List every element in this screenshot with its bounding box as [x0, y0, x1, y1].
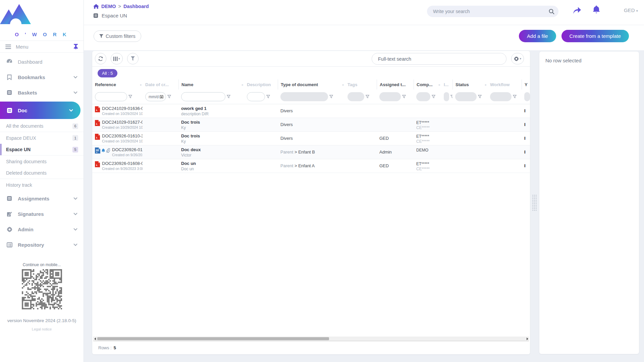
add-file-button[interactable]: Add a file — [519, 30, 556, 42]
document-name: Doc trois — [181, 120, 243, 125]
sidebar-item-assignments[interactable]: Assignments — [0, 191, 84, 206]
expand-column-icon[interactable]: ▸ — [140, 83, 142, 86]
funnel-icon[interactable] — [266, 95, 270, 99]
panel-resize-handle[interactable] — [532, 194, 537, 211]
column-header-name[interactable]: Name▸ — [178, 79, 244, 89]
table-row[interactable]: DOC230926-01608-0 Created on 9/26/2023 3… — [92, 159, 530, 173]
sidebar-item-espace-deux[interactable]: Espace DEUX 1 — [0, 132, 84, 144]
calendar-icon[interactable] — [160, 95, 163, 99]
global-search-input[interactable] — [433, 9, 549, 14]
columns-button[interactable]: ▾ — [111, 53, 123, 64]
pin-sidebar-icon[interactable] — [73, 44, 78, 49]
legal-notice-link[interactable]: Legal notice — [0, 327, 84, 331]
fulltext-search-input[interactable] — [378, 56, 500, 62]
expand-column-icon[interactable]: ▸ — [342, 83, 344, 86]
share-icon[interactable] — [572, 5, 582, 14]
sidebar-item-bookmarks[interactable]: Bookmarks — [0, 69, 84, 85]
funnel-icon[interactable] — [227, 95, 230, 99]
sidebar-item-doc[interactable]: Doc — [0, 102, 80, 119]
expand-column-icon[interactable]: ▸ — [485, 83, 487, 86]
hamburger-icon[interactable] — [5, 45, 11, 49]
scroll-left-arrow[interactable] — [93, 337, 97, 341]
chevron-down-icon — [73, 228, 77, 231]
column-header-type[interactable]: Type of document▸ — [278, 79, 345, 89]
table-row[interactable]: DOC230926-01610-3 Created on 10/29/2024 … — [92, 132, 530, 145]
sidebar-item-repository[interactable]: Repository — [0, 237, 84, 252]
assigned-filter-input[interactable] — [379, 92, 401, 101]
scrollbar-thumb[interactable] — [97, 337, 329, 340]
tags-filter-input[interactable] — [347, 92, 364, 101]
menu-label: Menu — [16, 44, 29, 50]
sidebar-item-signatures[interactable]: Signatures — [0, 206, 84, 222]
scrollbar-track[interactable] — [97, 337, 526, 341]
sidebar: O ' W O R K Menu Dashboard Bookmarks — [0, 0, 84, 362]
table-row[interactable]: DOC241029-01627-0 Created on 10/29/2024 … — [92, 118, 530, 132]
sidebar-item-admin[interactable]: Admin — [0, 222, 84, 237]
breadcrumb-root[interactable]: DEMO — [101, 4, 116, 9]
sidebar-item-all-documents[interactable]: All the documents 6 — [0, 120, 84, 132]
bell-icon[interactable] — [592, 5, 600, 14]
column-header-date[interactable]: Date of cr... — [143, 79, 178, 89]
sidebar-item-deleted-documents[interactable]: Deleted documents — [0, 167, 84, 179]
pdf-file-icon — [95, 161, 100, 167]
workflow-filter-input[interactable] — [490, 92, 512, 101]
create-from-template-button[interactable]: Create from a template — [561, 30, 629, 42]
book-icon — [93, 13, 98, 18]
search-icon[interactable] — [549, 9, 554, 14]
menu-toggle-row[interactable]: Menu — [0, 41, 84, 53]
scroll-right-arrow[interactable] — [526, 337, 529, 341]
column-header-assigned[interactable]: Assigned t... — [377, 79, 414, 89]
fulltext-search[interactable] — [372, 53, 506, 65]
table-row[interactable]: DOC241029-01636-0 Created on 10/29/2024 … — [92, 104, 530, 118]
date-filter-input[interactable]: mm/d — [145, 92, 166, 101]
profile-menu[interactable]: GED▾ — [624, 7, 638, 13]
sidebar-item-espace-un[interactable]: Espace UN 5 — [0, 144, 84, 156]
column-header-i[interactable]: I... — [441, 79, 452, 89]
column-header-workflow[interactable]: Workflow — [487, 79, 522, 89]
custom-filters-button[interactable]: Custom filters — [94, 31, 141, 42]
reference-filter-input[interactable] — [95, 92, 127, 101]
sidebar-item-dashboard[interactable]: Dashboard — [0, 54, 84, 69]
column-header-tags[interactable]: Tags — [345, 79, 377, 89]
sidebar-item-history-track[interactable]: History track — [0, 179, 84, 191]
name-filter-input[interactable] — [181, 92, 225, 101]
expand-column-icon[interactable]: ▸ — [439, 83, 440, 86]
funnel-icon[interactable] — [167, 95, 171, 99]
i-filter-input[interactable] — [444, 92, 449, 101]
breadcrumb-current[interactable]: Dashboard — [123, 4, 149, 9]
app-logo[interactable]: O ' W O R K — [0, 0, 84, 37]
sidebar-item-label: Dashboard — [18, 59, 42, 65]
funnel-icon[interactable] — [478, 95, 482, 99]
funnel-icon[interactable] — [432, 95, 435, 99]
table-settings-button[interactable]: ▾ — [511, 53, 524, 64]
funnel-icon[interactable] — [402, 95, 406, 99]
column-header-status[interactable]: Status▸ — [452, 79, 487, 89]
status-filter-input[interactable] — [455, 92, 477, 101]
filter-chip-all[interactable]: All : 5 — [98, 69, 117, 77]
global-search[interactable] — [427, 6, 558, 17]
sidebar-item-sharing-documents[interactable]: Sharing documents — [0, 156, 84, 167]
sub-item-label: Deleted documents — [6, 170, 47, 176]
column-header-description[interactable]: Description — [244, 79, 278, 89]
refresh-button[interactable] — [95, 53, 106, 64]
horizontal-scrollbar[interactable] — [93, 337, 529, 341]
expand-column-icon[interactable]: ▸ — [242, 83, 244, 86]
column-header-y[interactable]: Y — [522, 79, 530, 89]
y-filter-input[interactable] — [524, 92, 530, 101]
funnel-icon[interactable] — [513, 95, 517, 99]
company-filter-input[interactable] — [416, 92, 430, 101]
filter-button[interactable] — [127, 53, 139, 64]
column-header-company[interactable]: Comp...▸ — [414, 79, 441, 89]
funnel-icon[interactable] — [366, 95, 369, 99]
sidebar-item-baskets[interactable]: Baskets — [0, 85, 84, 100]
funnel-icon[interactable] — [128, 95, 132, 99]
document-name: Doc deux — [181, 147, 243, 152]
type-filter-input[interactable] — [280, 92, 328, 101]
column-header-reference[interactable]: Reference▸ — [92, 79, 143, 89]
funnel-icon[interactable] — [329, 95, 333, 99]
document-name: owork ged 1 — [181, 106, 243, 111]
table-row[interactable]: w DOC230926-01609-0 Created on 9/26/2023… — [92, 145, 530, 159]
document-description: description DIR — [181, 112, 243, 116]
description-filter-input[interactable] — [247, 92, 265, 101]
home-icon[interactable] — [93, 4, 99, 9]
